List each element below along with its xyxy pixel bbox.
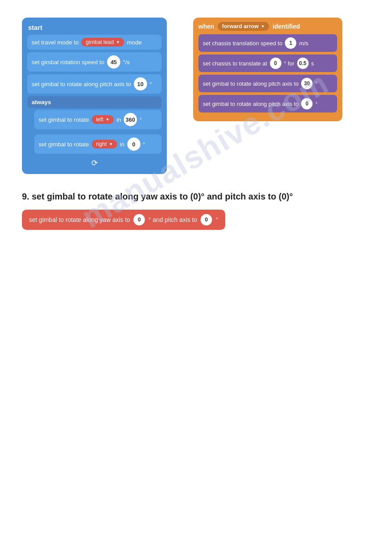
section-9-block: set gimbal to rotate along yaw axis to 0… xyxy=(22,210,225,230)
rotate-right-block: set gimbal to rotate right ▼ in 0 ° xyxy=(34,134,162,154)
section-9: 9. set gimbal to rotate along yaw axis t… xyxy=(22,192,370,230)
pitch-axis-suffix: ° xyxy=(216,216,218,223)
blue-block-group: start set travel mode to gimbal lead ▼ m… xyxy=(22,18,167,174)
chassis-translation-speed-block: set chassis translation speed to 1 m/s xyxy=(198,34,337,52)
rotate-left-mid: in xyxy=(116,116,121,123)
left-dropdown-arrow: ▼ xyxy=(106,117,110,122)
yaw-value[interactable]: 0 xyxy=(133,214,145,225)
gimbal-lead-dropdown[interactable]: gimbal lead ▼ xyxy=(81,38,124,47)
rotate-right-value[interactable]: 0 xyxy=(127,138,140,151)
travel-mode-suffix: mode xyxy=(127,39,142,46)
forward-arrow-dropdown-icon: ▼ xyxy=(261,24,265,29)
forward-arrow-dropdown[interactable]: forward arrow ▼ xyxy=(218,22,269,31)
gimbal-pitch-30-block: set gimbal to rotate along pitch axis to… xyxy=(198,75,337,92)
dropdown-arrow-icon: ▼ xyxy=(116,40,120,44)
yaw-axis-prefix: set gimbal to rotate along yaw axis to xyxy=(29,216,130,223)
pitch-value[interactable]: 10 xyxy=(134,77,147,91)
chassis-translate-suffix: s xyxy=(311,60,314,67)
pitch-suffix: ° xyxy=(150,81,152,87)
yaw-axis-mid: ° and pitch axis to xyxy=(148,216,197,223)
rotation-speed-prefix: set gimbal rotation speed to xyxy=(32,59,104,65)
chassis-speed-value[interactable]: 1 xyxy=(285,37,296,49)
rotate-left-deg: ° xyxy=(140,116,142,123)
rotate-right-mid: in xyxy=(120,141,125,148)
orange-block-group: when forward arrow ▼ identified set chas… xyxy=(193,18,342,121)
chassis-translate-mid: ° for xyxy=(284,60,295,67)
always-label: always xyxy=(27,96,162,108)
left-dropdown[interactable]: left ▼ xyxy=(92,115,114,124)
repeat-icon: ⟳ xyxy=(27,158,162,168)
page-container: manualshive.com start set travel mode to… xyxy=(0,0,392,555)
rotation-speed-value[interactable]: 45 xyxy=(107,55,120,69)
rotate-left-block: set gimbal to rotate left ▼ in 360 ° xyxy=(34,110,162,129)
gimbal-pitch-30-prefix: set gimbal to rotate along pitch axis to xyxy=(203,80,298,87)
gimbal-pitch-0-suffix: ° xyxy=(315,101,317,107)
gimbal-pitch-0-value[interactable]: 0 xyxy=(301,98,313,109)
identified-label: identified xyxy=(273,23,300,30)
chassis-translate-prefix: set chassis to translate at xyxy=(203,60,267,67)
when-label: when xyxy=(198,23,214,30)
gimbal-pitch-0-prefix: set gimbal to rotate along pitch axis to xyxy=(203,101,298,107)
pitch-prefix: set gimbal to rotate along pitch axis to xyxy=(32,81,131,87)
chassis-speed-prefix: set chassis translation speed to xyxy=(203,40,282,47)
right-dropdown[interactable]: right ▼ xyxy=(92,140,117,149)
rotate-left-value[interactable]: 360 xyxy=(124,113,137,126)
always-inner: set gimbal to rotate left ▼ in 360 ° set… xyxy=(34,110,162,154)
rotate-right-deg: ° xyxy=(143,141,145,148)
gimbal-rotation-speed-block: set gimbal rotation speed to 45 °/s xyxy=(27,52,162,72)
gimbal-pitch-30-value[interactable]: 30 xyxy=(301,78,313,89)
chassis-translate-block: set chassis to translate at 0 ° for 0.5 … xyxy=(198,54,337,72)
travel-mode-block: set travel mode to gimbal lead ▼ mode xyxy=(27,35,162,50)
gimbal-pitch-block: set gimbal to rotate along pitch axis to… xyxy=(27,74,162,94)
pitch-axis-value[interactable]: 0 xyxy=(201,214,212,225)
rotation-speed-suffix: °/s xyxy=(123,59,130,65)
start-label: start xyxy=(27,22,162,31)
chassis-translate-value1[interactable]: 0 xyxy=(270,58,281,69)
gimbal-pitch-30-suffix: ° xyxy=(315,80,317,87)
travel-mode-prefix: set travel mode to xyxy=(32,39,79,46)
section-9-title: 9. set gimbal to rotate along yaw axis t… xyxy=(22,192,370,202)
right-dropdown-arrow: ▼ xyxy=(109,142,113,146)
when-header: when forward arrow ▼ identified xyxy=(198,22,337,31)
chassis-translate-value2[interactable]: 0.5 xyxy=(297,58,309,69)
gimbal-pitch-0-block: set gimbal to rotate along pitch axis to… xyxy=(198,95,337,112)
rotate-right-prefix: set gimbal to rotate xyxy=(39,141,89,148)
rotate-left-prefix: set gimbal to rotate xyxy=(39,116,89,123)
chassis-speed-suffix: m/s xyxy=(299,40,308,47)
top-blocks-row: start set travel mode to gimbal lead ▼ m… xyxy=(22,18,370,174)
